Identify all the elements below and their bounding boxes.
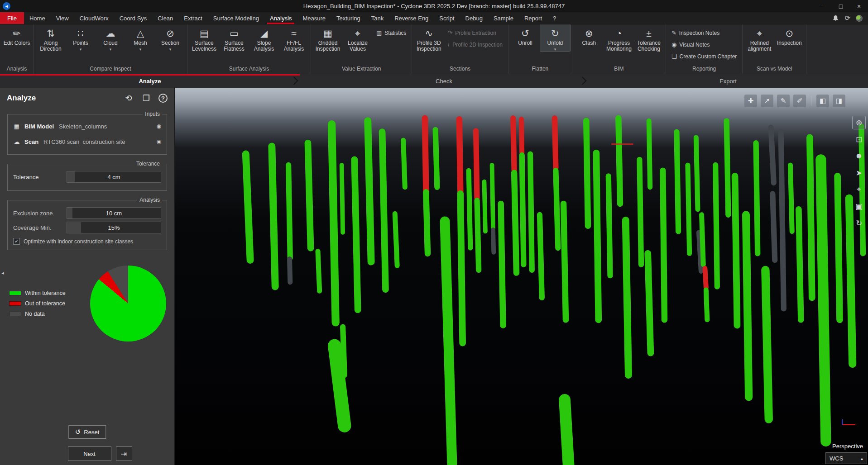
profile-icon[interactable] (856, 15, 863, 22)
skip-step-button[interactable]: ⇥ (116, 446, 132, 461)
ff-fl-analysis-button[interactable]: ≈FF/FL Analysis (279, 24, 309, 52)
eraser-light-icon[interactable]: ◨ (833, 95, 845, 107)
column-within-tolerance[interactable] (586, 121, 588, 226)
refined-alignment-button[interactable]: ⌖Refined alignment (744, 24, 774, 52)
coverage-min-input[interactable]: 15% (67, 222, 161, 233)
app-icon[interactable]: ◄ (3, 2, 10, 10)
column-within-tolerance[interactable] (332, 124, 336, 323)
edit-colors-button[interactable]: ✏Edit Colors (2, 24, 32, 46)
profile-2d-inspection-button[interactable]: ≀Profile 2D Inspection (444, 39, 506, 50)
tolerance-checking-button[interactable]: ±Tolerance Checking (634, 24, 664, 52)
reset-button[interactable]: ↺ Reset (68, 425, 106, 439)
scene-3d[interactable] (175, 88, 868, 465)
column-within-tolerance[interactable] (663, 171, 665, 320)
column-out-of-tolerance[interactable] (513, 118, 514, 171)
menu-tab-sample[interactable]: Sample (488, 12, 519, 24)
optimize-checkbox[interactable]: ✓ (13, 238, 20, 245)
column-within-tolerance[interactable] (639, 160, 641, 265)
column-within-tolerance[interactable] (821, 160, 826, 441)
rotate-view-icon[interactable]: ↻ (852, 216, 866, 230)
examine-icon[interactable]: ☻ (852, 149, 866, 163)
column-within-tolerance[interactable] (626, 220, 628, 375)
maximize-button[interactable]: □ (832, 0, 850, 12)
orbit-icon[interactable]: ⊕ (852, 116, 866, 129)
column-within-tolerance[interactable] (596, 153, 599, 320)
column-within-tolerance[interactable] (308, 143, 311, 248)
viewport-3d[interactable]: ✚↗✎✐◧◨ ⊕⊡☻➤⌖▣↻ Perspective WCS ▴ (175, 88, 868, 465)
unroll-button[interactable]: ↺Unroll (510, 24, 540, 46)
visual-notes-button[interactable]: ◉Visual Notes (668, 39, 740, 50)
column-out-of-tolerance[interactable] (705, 268, 706, 288)
inspection-notes-button[interactable]: ✎Inspection Notes (668, 28, 740, 38)
column-no-data[interactable] (771, 128, 774, 183)
slope-analysis-button[interactable]: ◢Slope Analysis (249, 24, 279, 52)
column-within-tolerance[interactable] (436, 130, 437, 187)
column-within-tolerance[interactable] (715, 165, 717, 287)
column-within-tolerance[interactable] (799, 209, 801, 320)
column-within-tolerance[interactable] (556, 171, 558, 248)
column-within-tolerance[interactable] (355, 160, 358, 310)
column-out-of-tolerance[interactable] (425, 118, 426, 190)
close-button[interactable]: × (850, 0, 868, 12)
clash-button[interactable]: ⊗Clash (574, 24, 604, 46)
menu-tab-texturing[interactable]: Texturing (331, 12, 366, 24)
column-within-tolerance[interactable] (382, 132, 385, 289)
workflow-step-check[interactable]: Check (300, 74, 588, 88)
menu-tab-debug[interactable]: Debug (460, 12, 488, 24)
column-within-tolerance[interactable] (469, 171, 470, 248)
column-within-tolerance[interactable] (756, 143, 758, 253)
menu-tab-coord-sys[interactable]: Coord Sys (114, 12, 153, 24)
column-within-tolerance[interactable] (702, 215, 704, 265)
column-within-tolerance[interactable] (368, 121, 371, 261)
profile-extraction-button[interactable]: ↷Profile Extraction (444, 28, 506, 38)
eraser-dark-icon[interactable]: ◧ (816, 95, 829, 107)
unfold-button[interactable]: ↻Unfold▾ (540, 24, 570, 52)
gridded-inspection-button[interactable]: ▦Gridded Inspection (313, 24, 343, 52)
column-within-tolerance[interactable] (530, 154, 532, 270)
menu-tab-file[interactable]: File (0, 12, 24, 24)
column-within-tolerance[interactable] (619, 118, 620, 204)
menu-tab-reverse-eng[interactable]: Reverse Eng (389, 12, 434, 24)
locate-icon[interactable]: ⌖ (852, 183, 866, 196)
points-button[interactable]: ∷Points▾ (66, 24, 96, 52)
column-within-tolerance[interactable] (343, 327, 345, 375)
column-within-tolerance[interactable] (460, 194, 463, 343)
scan-row[interactable]: ☁ Scan RTC360 scan_construction site ◉ (13, 134, 161, 149)
column-out-of-tolerance[interactable] (476, 131, 477, 198)
bim-model-row[interactable]: ▦ BIM Model Skeleton_columns ◉ (13, 119, 161, 134)
popout-window-icon[interactable]: ❐ (141, 93, 152, 104)
column-within-tolerance[interactable] (540, 215, 542, 298)
column-within-tolerance[interactable] (514, 173, 517, 273)
next-button[interactable]: Next (68, 446, 111, 461)
menu-tab-surface-modeling[interactable]: Surface Modeling (208, 12, 264, 24)
measure-add-icon[interactable]: ✚ (744, 95, 757, 107)
cloud-button[interactable]: ☁Cloud▾ (96, 24, 125, 52)
menu-tab-clean[interactable]: Clean (152, 12, 178, 24)
profile-3d-inspection-button[interactable]: ∿Profile 3D Inspection (414, 24, 444, 52)
measure-distance-icon[interactable]: ↗ (761, 95, 773, 107)
column-no-data[interactable] (493, 230, 494, 252)
column-within-tolerance[interactable] (727, 121, 729, 215)
history-reset-icon[interactable]: ⟲ (123, 93, 134, 104)
annotation-edit-icon[interactable]: ✐ (793, 95, 806, 107)
column-within-tolerance[interactable] (477, 200, 479, 270)
surface-levelness-button[interactable]: ▤Surface Levelness (189, 24, 219, 52)
wcs-dropdown[interactable]: WCS ▴ (825, 452, 867, 464)
panel-collapse-handle[interactable]: ◂ (0, 267, 5, 279)
column-no-data[interactable] (781, 132, 784, 309)
column-within-tolerance[interactable] (318, 251, 320, 291)
column-within-tolerance[interactable] (609, 176, 610, 275)
column-within-tolerance[interactable] (735, 176, 737, 325)
localize-values-button[interactable]: ⌖Localize Values (343, 24, 373, 52)
annotation-icon[interactable]: ✎ (777, 95, 790, 107)
column-out-of-tolerance[interactable] (459, 119, 460, 192)
column-within-tolerance[interactable] (746, 215, 749, 397)
column-within-tolerance[interactable] (522, 155, 524, 265)
column-within-tolerance[interactable] (426, 192, 428, 254)
column-within-tolerance[interactable] (688, 165, 690, 253)
column-within-tolerance[interactable] (765, 270, 768, 419)
minimize-button[interactable]: – (814, 0, 832, 12)
column-within-tolerance[interactable] (492, 165, 493, 228)
help-icon[interactable]: ? (158, 94, 168, 103)
inspection-button[interactable]: ⊙Inspection (774, 24, 804, 46)
